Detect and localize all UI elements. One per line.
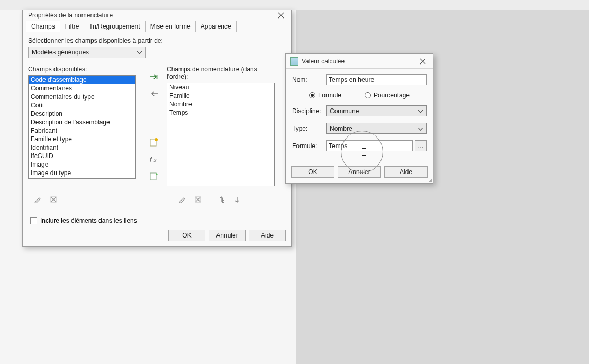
- svg-rect-5: [150, 173, 156, 180]
- list-item[interactable]: Famille: [167, 92, 274, 100]
- move-up-icon[interactable]: E: [215, 194, 228, 205]
- type-label: Type:: [292, 125, 326, 132]
- tab-strip: Champs Filtre Tri/Regroupement Mise en f…: [23, 21, 291, 32]
- edit-field-icon[interactable]: [176, 194, 188, 205]
- list-item[interactable]: Fabricant: [29, 126, 135, 135]
- move-down-icon[interactable]: [231, 194, 243, 205]
- formula-label: Formule:: [292, 142, 326, 150]
- list-item[interactable]: Description: [29, 110, 135, 118]
- chevron-down-icon: [418, 107, 423, 115]
- schedule-properties-dialog: Propriétés de la nomenclature Champs Fil…: [22, 10, 292, 247]
- list-item[interactable]: Image du type: [29, 169, 135, 177]
- radio-icon: [309, 92, 315, 98]
- svg-text:f: f: [150, 156, 152, 163]
- help-button[interactable]: Aide: [249, 230, 286, 241]
- ellipsis-icon: …: [418, 142, 424, 150]
- svg-rect-0: [156, 75, 158, 79]
- delete-icon[interactable]: [47, 194, 60, 205]
- list-item[interactable]: Commentaires: [29, 84, 135, 93]
- chevron-down-icon: [418, 125, 423, 132]
- new-parameter-icon[interactable]: [148, 136, 160, 148]
- list-item[interactable]: Identifiant: [29, 143, 135, 152]
- include-links-label: Inclure les éléments dans les liens: [40, 217, 137, 224]
- schedule-fields-listbox[interactable]: NiveauFamilleNombreTemps: [167, 83, 275, 186]
- list-item[interactable]: Nombre: [167, 100, 274, 108]
- calc-dialog-titlebar[interactable]: Valeur calculée: [286, 54, 433, 69]
- close-icon[interactable]: [416, 56, 430, 67]
- svg-text:x: x: [153, 157, 157, 163]
- list-item[interactable]: Temps: [167, 108, 274, 117]
- tab-filter[interactable]: Filtre: [60, 21, 85, 32]
- list-item[interactable]: Marque de type: [29, 177, 135, 179]
- app-toolbar-strip: [0, 0, 589, 10]
- include-links-checkbox[interactable]: Inclure les éléments dans les liens: [28, 217, 286, 224]
- combine-parameters-icon[interactable]: [148, 170, 160, 182]
- type-combo[interactable]: Nombre: [326, 123, 427, 134]
- tab-fields[interactable]: Champs: [26, 21, 60, 32]
- dialog-titlebar[interactable]: Propriétés de la nomenclature: [23, 10, 291, 21]
- percentage-radio[interactable]: Pourcentage: [365, 92, 410, 99]
- close-icon[interactable]: [274, 10, 288, 21]
- delete-field-icon[interactable]: [192, 194, 204, 205]
- calculated-value-icon[interactable]: fx: [148, 153, 160, 165]
- schedule-fields-label: Champs de nomenclature (dans l'ordre):: [167, 66, 280, 80]
- calculated-value-dialog: Valeur calculée Nom: Temps en heure Form…: [285, 53, 433, 184]
- available-fields-listbox[interactable]: Code d'assemblageCommentairesCommentaire…: [28, 75, 136, 179]
- tab-sort[interactable]: Tri/Regroupement: [84, 21, 145, 32]
- ok-button[interactable]: OK: [168, 230, 205, 241]
- calc-dialog-title: Valeur calculée: [302, 58, 416, 65]
- cancel-button[interactable]: Annuler: [209, 230, 246, 241]
- dialog-title: Propriétés de la nomenclature: [28, 12, 274, 19]
- calc-help-button[interactable]: Aide: [384, 166, 428, 178]
- discipline-combo[interactable]: Commune: [326, 105, 427, 116]
- list-item[interactable]: Image: [29, 160, 135, 169]
- list-item[interactable]: Famille et type: [29, 135, 135, 143]
- chevron-down-icon: [137, 49, 142, 56]
- tab-appear[interactable]: Apparence: [195, 21, 237, 32]
- remove-field-icon[interactable]: [148, 88, 160, 99]
- formula-radio[interactable]: Formule: [309, 92, 341, 99]
- formula-browse-button[interactable]: …: [415, 140, 427, 151]
- discipline-label: Discipline:: [292, 107, 326, 115]
- formula-input[interactable]: Temps: [326, 140, 413, 151]
- edit-icon[interactable]: [31, 194, 44, 205]
- category-combo[interactable]: Modèles génériques: [28, 47, 146, 58]
- select-from-label: Sélectionner les champs disponibles à pa…: [28, 37, 286, 44]
- app-icon: [290, 57, 298, 66]
- list-item[interactable]: Niveau: [167, 83, 274, 92]
- category-combo-value: Modèles génériques: [32, 49, 89, 56]
- radio-icon: [365, 92, 371, 98]
- available-fields-label: Champs disponibles:: [28, 66, 141, 73]
- list-item[interactable]: Commentaires du type: [29, 93, 135, 101]
- list-item[interactable]: IfcGUID: [29, 152, 135, 160]
- name-input[interactable]: Temps en heure: [326, 74, 427, 85]
- list-item[interactable]: Coût: [29, 101, 135, 110]
- name-label: Nom:: [292, 76, 326, 84]
- calc-cancel-button[interactable]: Annuler: [338, 166, 381, 178]
- tab-format[interactable]: Mise en forme: [145, 21, 196, 32]
- calc-ok-button[interactable]: OK: [291, 166, 334, 178]
- svg-point-2: [155, 138, 158, 141]
- add-field-icon[interactable]: [148, 71, 160, 83]
- svg-text:E: E: [222, 197, 224, 203]
- checkbox-icon[interactable]: [30, 217, 37, 224]
- resize-grip-icon[interactable]: ◢: [429, 179, 432, 182]
- list-item[interactable]: Code d'assemblage: [29, 76, 135, 84]
- list-item[interactable]: Description de l'assemblage: [29, 118, 135, 126]
